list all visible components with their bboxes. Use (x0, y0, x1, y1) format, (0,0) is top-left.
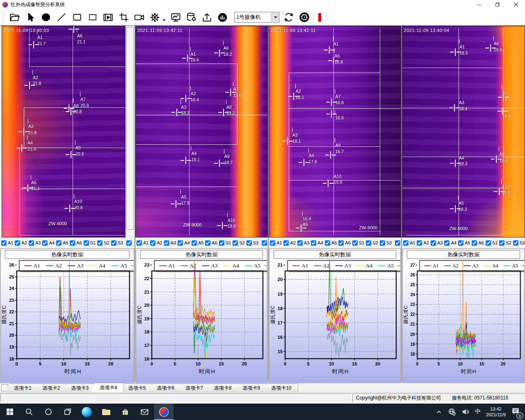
draw-ellipse-icon[interactable] (39, 11, 52, 24)
region-select-icon[interactable] (86, 11, 99, 24)
network-globe-icon[interactable] (448, 408, 456, 416)
toggle-A1[interactable] (403, 240, 409, 246)
open-file-icon[interactable] (8, 11, 21, 24)
toggle-S2[interactable] (499, 240, 504, 246)
tab-9[interactable]: 选项卡9 (234, 383, 267, 392)
camera-select[interactable]: 1号摄像机 (234, 12, 279, 23)
measure-point-crosshair[interactable] (325, 151, 336, 159)
measure-point-crosshair[interactable] (18, 128, 29, 135)
database-config-icon[interactable] (185, 11, 198, 24)
toggle-S2[interactable] (366, 240, 371, 246)
measure-point-crosshair[interactable] (449, 104, 460, 112)
measure-point-crosshair[interactable] (323, 180, 333, 187)
measure-point-crosshair[interactable] (64, 205, 75, 212)
measure-point-crosshair[interactable] (214, 49, 225, 57)
toggle-cutoff[interactable] (262, 240, 267, 246)
thermal-image-2[interactable]: 2021-11-09 13:42:11 ZW-9000 A118.6A619.2… (135, 26, 268, 237)
tab-3[interactable]: 选项卡3 (62, 383, 95, 392)
crop-icon[interactable] (117, 11, 130, 24)
toggle-A5[interactable] (56, 240, 62, 246)
toggle-S1[interactable] (219, 240, 224, 246)
measure-point-crosshair[interactable] (180, 157, 191, 164)
measure-point-crosshair[interactable] (282, 137, 293, 145)
hidden-icons-chevron-icon[interactable] (435, 408, 443, 415)
thermal-image-4[interactable]: 2021-11-09 13:40:04 ZW-9000 A118.5A619.6… (402, 26, 525, 237)
toggle-S1[interactable] (84, 240, 89, 246)
measure-point-crosshair[interactable] (64, 105, 74, 112)
task-view-icon[interactable] (58, 404, 77, 420)
action-center-icon[interactable]: 1 (511, 406, 520, 417)
capture-shutter-icon[interactable] (298, 11, 310, 24)
toggle-A6[interactable] (205, 240, 210, 246)
toggle-S3[interactable] (513, 240, 518, 246)
record-stop-icon[interactable] (318, 13, 321, 22)
analysis-chart-icon[interactable] (169, 11, 182, 24)
restore-button[interactable] (488, 0, 507, 9)
ime-indicator[interactable]: 中 (475, 408, 481, 415)
toggle-A2[interactable] (417, 240, 422, 246)
draw-rectangle-icon[interactable] (71, 11, 83, 24)
video-playback-icon[interactable] (102, 11, 114, 24)
tab-2[interactable]: 选项卡2 (34, 383, 67, 392)
tab-10[interactable]: 选项卡10 (262, 383, 298, 392)
toggle-A4[interactable] (178, 240, 183, 246)
thermal-image-1[interactable]: 2021-11-09 13:40:03 ZW-9000 A121.7A621.1… (2, 26, 126, 237)
statistics-icon[interactable] (216, 11, 229, 24)
measure-point-crosshair[interactable] (16, 144, 27, 152)
toggle-A1[interactable] (1, 240, 7, 246)
export-data-icon[interactable] (201, 11, 213, 24)
thermal-image-3[interactable]: 2021-11-09 13:42:11 ZW-9000 A1A616.8A218… (269, 26, 401, 237)
toggle-S3[interactable] (247, 240, 252, 246)
toggle-S2[interactable] (97, 240, 103, 246)
toggle-A5[interactable] (325, 240, 330, 246)
search-icon[interactable] (19, 404, 39, 420)
measure-point-crosshair[interactable] (324, 46, 335, 54)
measure-point-crosshair[interactable] (66, 151, 76, 158)
mail-icon[interactable] (135, 404, 154, 420)
draw-line-icon[interactable] (55, 11, 68, 24)
toggle-cutoff[interactable] (126, 240, 132, 246)
toggle-A5[interactable] (458, 240, 463, 246)
tab-1[interactable]: 选项卡1 (5, 383, 38, 392)
toggle-S2[interactable] (233, 240, 238, 246)
toggle-A1[interactable] (270, 240, 275, 246)
tab-6[interactable]: 选项卡6 (148, 383, 181, 392)
measure-point-crosshair[interactable] (214, 160, 225, 167)
toggle-A2[interactable] (15, 240, 20, 246)
toggle-A6[interactable] (338, 240, 344, 246)
toggle-A4[interactable] (42, 240, 48, 246)
toggle-A6[interactable] (70, 240, 75, 246)
volume-icon[interactable] (461, 408, 470, 416)
toggle-A4[interactable] (444, 240, 450, 246)
close-button[interactable] (507, 0, 525, 9)
toggle-A2[interactable] (150, 240, 155, 246)
toggle-A4[interactable] (311, 240, 316, 246)
toggle-A3[interactable] (297, 240, 303, 246)
measure-point-crosshair[interactable] (68, 26, 79, 33)
toggle-S3[interactable] (380, 240, 385, 246)
tab-5[interactable]: 选项卡5 (119, 383, 153, 392)
edge-browser-icon[interactable] (77, 404, 96, 420)
camera-select-dropdown-icon[interactable] (272, 13, 279, 22)
tab-4[interactable]: 选项卡4 (91, 383, 124, 392)
video-camera-icon[interactable] (133, 11, 146, 24)
toggle-S3[interactable] (111, 240, 116, 246)
toggle-A1[interactable] (137, 240, 142, 246)
toggle-A6[interactable] (472, 240, 477, 246)
select-arrow-icon[interactable] (24, 11, 37, 24)
toggle-A3[interactable] (29, 240, 34, 246)
camera-refresh-icon[interactable] (282, 11, 295, 24)
minimize-button[interactable] (470, 0, 488, 9)
taskbar-clock[interactable]: 13:42 2021/11/9 (486, 406, 506, 418)
toggle-S1[interactable] (486, 240, 491, 246)
measure-point-crosshair[interactable] (171, 200, 181, 208)
file-explorer-icon[interactable] (96, 404, 116, 420)
measure-point-crosshair[interactable] (180, 95, 191, 102)
settings-gear-icon[interactable] (148, 11, 161, 24)
toggle-A5[interactable] (192, 240, 197, 246)
measure-point-crosshair[interactable] (299, 159, 309, 166)
measure-point-crosshair[interactable] (217, 222, 228, 229)
toggle-A2[interactable] (283, 240, 289, 246)
settings-dropdown-caret-icon[interactable] (162, 19, 166, 21)
tab-7[interactable]: 选项卡7 (176, 383, 210, 392)
